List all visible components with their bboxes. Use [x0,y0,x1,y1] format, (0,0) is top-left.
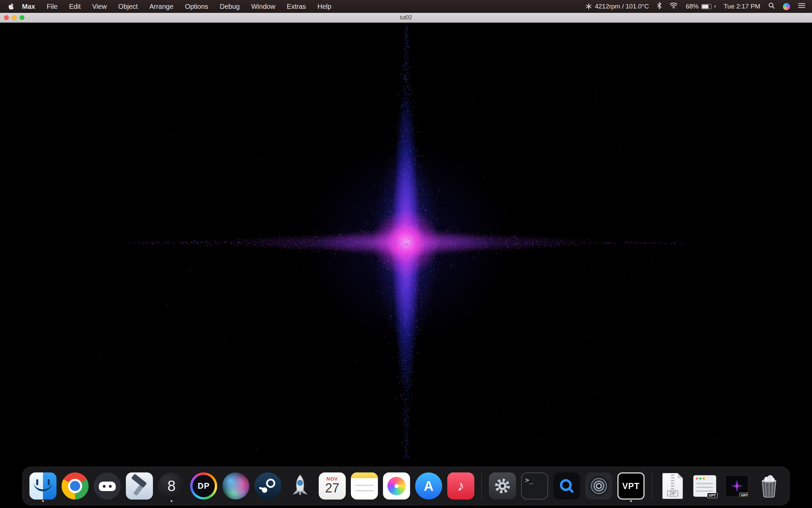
dp-glyph: DP [198,481,209,491]
dock-item-music[interactable]: ♪ [447,471,474,501]
fan-reading: 4212rpm / 101.0°C [595,3,649,10]
bluetooth-icon [657,2,661,9]
menu-bar-left: Max File Edit View Object Arrange Option… [7,0,337,13]
wifi-icon [670,3,678,8]
dock-item-photos[interactable] [383,471,410,501]
dock-item-chrome[interactable] [62,471,89,501]
chrome-icon [62,472,89,500]
notification-center-menu[interactable] [798,3,805,10]
photos-icon [383,472,410,500]
notes-icon [351,472,378,500]
bluetooth-menu[interactable] [657,2,661,11]
menu-window[interactable]: Window [245,0,281,13]
digital-performer-icon: DP [190,472,217,500]
menu-view[interactable]: View [87,0,113,13]
particle-star-canvas [0,23,812,508]
vpt-glyph: VPT [622,481,640,491]
dock-item-max[interactable]: 8 [158,471,185,501]
window-title: tut02 [0,15,812,21]
app-store-glyph: A [424,479,434,494]
battery-nub [715,5,716,7]
fan-icon [585,3,592,10]
menu-app-name[interactable]: Max [15,0,41,13]
battery-icon [701,4,712,9]
dock-item-system-preferences[interactable] [489,471,516,501]
menu-arrange[interactable]: Arrange [143,0,179,13]
siri-icon [222,472,249,500]
dock-item-finder[interactable] [29,471,57,501]
calendar-icon: NOV 27 [319,472,346,500]
zip-label: ZIP [667,490,678,496]
dock-item-steam[interactable] [254,471,281,501]
menu-bar: Max File Edit View Object Arrange Option… [0,0,812,13]
clock[interactable]: Tue 2:17 PM [724,3,760,10]
terminal-icon: >_ [521,472,548,500]
dock-item-launchpad[interactable] [287,471,314,501]
dock-item-discord[interactable] [94,471,121,501]
vpt-badge: VPT [707,493,718,498]
dock-item-terminal[interactable]: >_ [521,471,548,501]
dock-item-calendar[interactable]: NOV 27 [319,471,346,501]
steam-icon [254,472,281,500]
dock-item-app-store[interactable]: A [415,471,442,501]
vpt-dark-document-icon: VPT [726,475,748,496]
discord-icon [94,472,121,500]
battery-status[interactable]: 68% [686,3,716,10]
dock-item-notes[interactable] [351,471,378,501]
menu-debug[interactable]: Debug [214,0,246,13]
dock-item-vpt[interactable]: VPT [617,471,645,501]
siri-menu-icon[interactable] [783,3,790,10]
max-8-icon: 8 [158,472,185,500]
dock-item-digital-performer[interactable]: DP [190,471,217,501]
music-icon: ♪ [447,472,474,500]
dock-item-xcode[interactable] [126,471,153,501]
menu-edit[interactable]: Edit [63,0,86,13]
menu-object[interactable]: Object [113,0,144,13]
desktop: Max File Edit View Object Arrange Option… [0,0,812,508]
battery-percent: 68% [686,3,699,10]
dock-item-vpt-dark-document[interactable]: VPT [723,471,750,501]
dock-separator [481,473,482,499]
finder-icon [29,472,57,500]
menu-options[interactable]: Options [179,0,214,13]
max-8-glyph: 8 [167,478,176,494]
dock-item-zip-file[interactable]: ZIP [659,471,686,501]
xcode-icon [126,472,153,500]
rocket-icon [288,473,313,499]
dock-item-siri[interactable] [222,471,249,501]
dock-item-vpt-document[interactable]: VPT [691,471,718,501]
vpt-badge: VPT [739,493,748,496]
app-store-icon: A [415,472,442,500]
dock-item-quicktime[interactable] [553,471,580,501]
vpt-icon: VPT [617,472,645,500]
dock: 8 DP [22,467,790,505]
search-icon [768,2,775,9]
fan-status[interactable]: 4212rpm / 101.0°C [585,3,649,10]
spotlight-menu[interactable] [768,2,775,10]
music-note-glyph: ♪ [457,478,465,494]
window-titlebar[interactable]: tut02 [0,13,812,23]
dock-separator [652,473,652,499]
menu-file[interactable]: File [41,0,63,13]
wifi-menu[interactable] [670,3,678,10]
menu-help[interactable]: Help [312,0,337,13]
dock-item-lens-app[interactable] [585,471,612,501]
apple-icon [8,3,14,10]
dock-item-trash[interactable] [755,471,783,501]
calendar-day: 27 [325,482,339,494]
zip-file-icon: ZIP [662,473,683,499]
jitter-render-area [0,23,812,508]
gear-icon [489,472,516,500]
terminal-prompt-glyph: >_ [525,476,533,484]
trash-icon [756,473,782,499]
vpt-document-icon: VPT [694,475,716,496]
menu-extras[interactable]: Extras [281,0,312,13]
quicktime-icon [553,472,580,500]
lens-icon [585,472,612,500]
menu-bar-status: 4212rpm / 101.0°C 68% Tue 2: [585,2,805,11]
list-icon [798,3,805,8]
apple-menu[interactable] [7,3,15,10]
